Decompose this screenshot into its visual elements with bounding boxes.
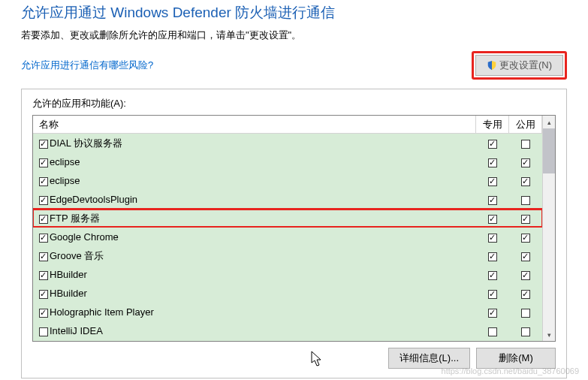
private-checkbox[interactable]: [488, 158, 497, 167]
col-header-public[interactable]: 公用: [509, 116, 542, 133]
details-button[interactable]: 详细信息(L)...: [388, 348, 470, 369]
private-checkbox[interactable]: [488, 252, 497, 261]
scroll-track[interactable]: [543, 128, 555, 328]
scroll-down-button[interactable]: ▾: [543, 328, 555, 341]
private-checkbox[interactable]: [488, 290, 497, 299]
private-checkbox[interactable]: [488, 271, 497, 280]
public-checkbox[interactable]: [521, 252, 530, 261]
app-name-cell: Holographic Item Player: [50, 306, 476, 318]
public-checkbox[interactable]: [521, 290, 530, 299]
enable-checkbox[interactable]: [39, 290, 48, 299]
enable-checkbox[interactable]: [39, 309, 48, 318]
app-name-cell: Google Chrome: [50, 231, 476, 243]
table-row[interactable]: eclipse: [33, 171, 542, 190]
app-name-cell: HBuilder: [50, 288, 476, 299]
enable-checkbox[interactable]: [39, 158, 48, 167]
table-row[interactable]: Google Chrome: [33, 228, 542, 246]
table-row[interactable]: HBuilder: [33, 265, 542, 284]
private-checkbox[interactable]: [488, 327, 497, 336]
public-checkbox[interactable]: [521, 140, 530, 149]
page-subtitle: 若要添加、更改或删除所允许的应用和端口，请单击"更改设置"。: [21, 29, 567, 42]
enable-checkbox[interactable]: [39, 271, 48, 280]
table-row[interactable]: HBuilder: [33, 284, 542, 303]
table-row[interactable]: Groove 音乐: [33, 246, 542, 265]
col-header-private[interactable]: 专用: [476, 116, 509, 133]
private-checkbox[interactable]: [488, 196, 497, 205]
highlight-change-settings: 更改设置(N): [472, 51, 567, 80]
private-checkbox[interactable]: [488, 234, 497, 243]
private-checkbox[interactable]: [488, 140, 497, 149]
enable-checkbox[interactable]: [39, 140, 48, 149]
private-checkbox[interactable]: [488, 215, 497, 224]
enable-checkbox[interactable]: [39, 196, 48, 205]
table-row[interactable]: EdgeDevtoolsPlugin: [33, 190, 542, 209]
table-header: 名称 专用 公用: [33, 116, 542, 134]
app-name-cell: eclipse: [50, 156, 476, 167]
table-row[interactable]: FTP 服务器: [33, 209, 542, 228]
public-checkbox[interactable]: [521, 271, 530, 280]
apps-table: 名称 专用 公用 DIAL 协议服务器eclipseeclipseEdgeDev…: [32, 115, 556, 342]
table-row[interactable]: IntelliJ IDEA: [33, 321, 542, 340]
app-name-cell: HBuilder: [50, 269, 476, 280]
enable-checkbox[interactable]: [39, 252, 48, 261]
public-checkbox[interactable]: [521, 158, 530, 167]
table-row[interactable]: Holographic Item Player: [33, 303, 542, 321]
public-checkbox[interactable]: [521, 177, 530, 186]
scroll-thumb[interactable]: [543, 128, 555, 173]
allowed-apps-panel: 允许的应用和功能(A): 名称 专用 公用 DIAL 协议服务器eclipsee…: [21, 89, 567, 378]
col-header-name[interactable]: 名称: [33, 116, 476, 133]
app-name-cell: FTP 服务器: [50, 212, 476, 225]
table-row[interactable]: Internet 连接共享: [33, 340, 542, 341]
table-row[interactable]: DIAL 协议服务器: [33, 134, 542, 152]
change-settings-button[interactable]: 更改设置(N): [475, 55, 563, 76]
enable-checkbox[interactable]: [39, 327, 48, 336]
private-checkbox[interactable]: [488, 309, 497, 318]
page-title: 允许应用通过 Windows Defender 防火墙进行通信: [21, 3, 567, 23]
public-checkbox[interactable]: [521, 309, 530, 318]
remove-button[interactable]: 删除(M): [476, 348, 556, 369]
risk-link[interactable]: 允许应用进行通信有哪些风险?: [21, 59, 153, 72]
private-checkbox[interactable]: [488, 177, 497, 186]
scroll-up-button[interactable]: ▴: [543, 116, 555, 128]
table-row[interactable]: eclipse: [33, 152, 542, 171]
public-checkbox[interactable]: [521, 215, 530, 224]
change-settings-label: 更改设置(N): [499, 59, 552, 72]
app-name-cell: EdgeDevtoolsPlugin: [50, 194, 476, 205]
app-name-cell: Groove 音乐: [50, 249, 476, 263]
public-checkbox[interactable]: [521, 196, 530, 205]
app-name-cell: IntelliJ IDEA: [50, 325, 476, 336]
enable-checkbox[interactable]: [39, 215, 48, 224]
app-name-cell: DIAL 协议服务器: [50, 137, 476, 150]
enable-checkbox[interactable]: [39, 234, 48, 243]
vertical-scrollbar[interactable]: ▴ ▾: [542, 116, 555, 341]
enable-checkbox[interactable]: [39, 177, 48, 186]
public-checkbox[interactable]: [521, 234, 530, 243]
app-name-cell: eclipse: [50, 175, 476, 186]
panel-label: 允许的应用和功能(A):: [32, 97, 556, 110]
shield-icon: [487, 60, 497, 71]
public-checkbox[interactable]: [521, 327, 530, 336]
